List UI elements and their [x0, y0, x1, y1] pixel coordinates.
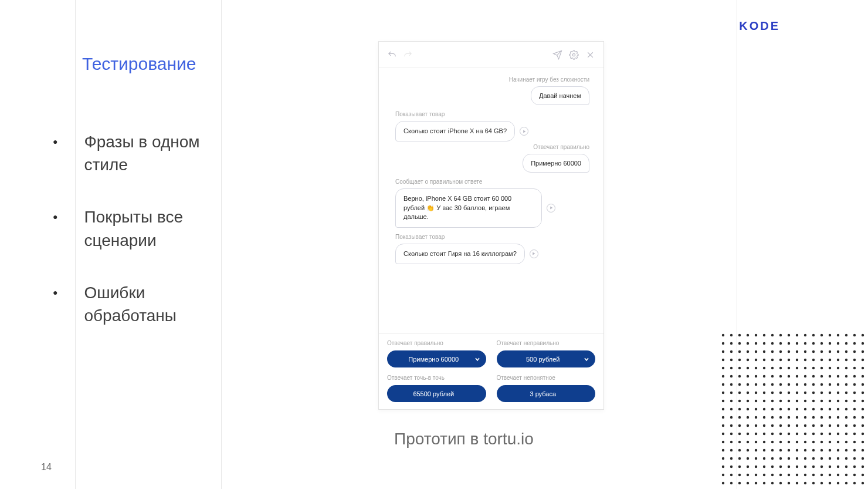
redo-icon[interactable] [403, 50, 413, 60]
option-value: 3 рубаса [530, 390, 556, 397]
brand-logo: KODE [739, 19, 780, 33]
app-prototype-panel: Начинает игру без сложности Давай начнем… [378, 41, 604, 410]
decorative-dots [721, 333, 868, 489]
bullet-list: ● Фразы в одном стиле ● Покрыты все сцен… [53, 130, 225, 356]
svg-marker-6 [550, 207, 552, 210]
play-icon[interactable] [530, 249, 538, 258]
undo-icon[interactable] [387, 50, 397, 60]
chat-bubble-user: Давай начнем [531, 86, 589, 105]
option-label: Отвечает точь-в точь [387, 375, 486, 381]
message-label: Показывает товар [395, 111, 596, 117]
response-options: Отвечает правильно Примерно 60000 Отвеча… [379, 333, 603, 409]
chat-bubble-user: Примерно 60000 [523, 154, 589, 173]
chevron-down-icon [474, 356, 480, 362]
chat-bubble-bot: Сколько стоит Гиря на 16 киллограм? [395, 244, 525, 264]
chat-bubble-bot: Верно, iPhone X 64 GB стоит 60 000 рубле… [395, 188, 542, 227]
message-label: Отвечает правильно [386, 144, 589, 150]
play-icon[interactable] [547, 204, 555, 213]
option-label: Отвечает правильно [387, 340, 486, 346]
app-toolbar [379, 42, 603, 68]
svg-marker-7 [533, 252, 535, 255]
chat-body: Начинает игру без сложности Давай начнем… [379, 68, 603, 333]
svg-marker-5 [523, 130, 525, 133]
option-pill[interactable]: 65500 рублей [387, 385, 486, 402]
slide-title: Тестирование [82, 54, 196, 74]
message-label: Сообщает о правильном ответе [395, 178, 596, 185]
svg-point-2 [572, 53, 575, 56]
bullet-icon: ● [53, 212, 57, 221]
gear-icon[interactable] [569, 50, 579, 60]
list-item: ● Фразы в одном стиле [53, 130, 225, 176]
option-value: Примерно 60000 [408, 356, 459, 363]
bullet-text: Покрыты все сценарии [84, 205, 225, 251]
bullet-text: Ошибки обработаны [84, 281, 225, 327]
bullet-text: Фразы в одном стиле [84, 130, 225, 176]
chevron-down-icon [584, 356, 589, 362]
option-value: 500 рублей [526, 356, 560, 363]
message-label: Показывает товар [395, 234, 596, 240]
page-number: 14 [41, 462, 52, 473]
option-label: Отвечает непонятное [497, 375, 596, 381]
svg-rect-1 [721, 333, 868, 489]
message-label: Начинает игру без сложности [386, 76, 589, 83]
list-item: ● Ошибки обработаны [53, 281, 225, 327]
bullet-icon: ● [53, 137, 57, 146]
option-pill[interactable]: 500 рублей [497, 350, 596, 367]
chat-bubble-bot: Сколько стоит iPhone X на 64 GB? [395, 121, 515, 141]
bullet-icon: ● [53, 288, 57, 297]
list-item: ● Покрыты все сценарии [53, 205, 225, 251]
send-icon[interactable] [552, 50, 562, 60]
play-icon[interactable] [520, 127, 528, 136]
option-value: 65500 рублей [413, 390, 454, 397]
close-icon[interactable] [585, 50, 595, 60]
option-pill[interactable]: 3 рубаса [497, 385, 596, 402]
screenshot-caption: Прототип в tortu.io [394, 430, 534, 448]
option-pill[interactable]: Примерно 60000 [387, 350, 486, 367]
option-label: Отвечает неправильно [497, 340, 596, 346]
